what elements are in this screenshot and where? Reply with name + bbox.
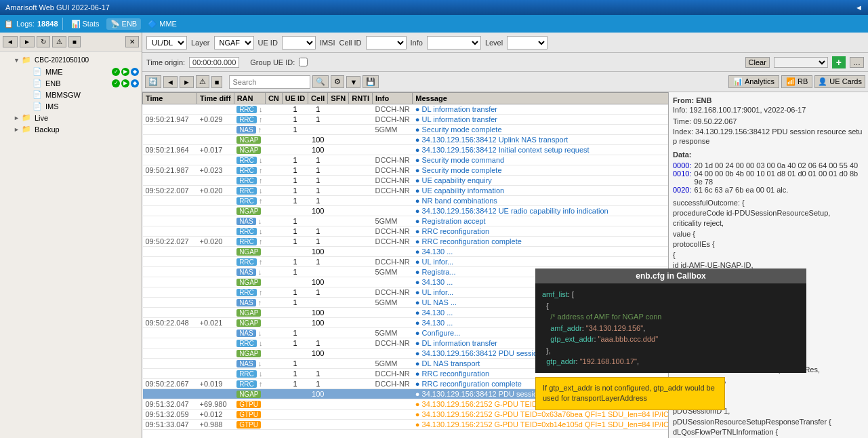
- cell-ran: GTPU: [234, 410, 265, 420]
- cell-rnti: [349, 308, 373, 318]
- cell-cell: 1: [308, 287, 328, 298]
- stop-button[interactable]: ■: [211, 76, 223, 88]
- analytics-button[interactable]: 📊 Analytics: [728, 75, 779, 88]
- mode-select[interactable]: UL/DL: [146, 36, 187, 49]
- code-line: {: [673, 250, 864, 260]
- sidebar-close-button[interactable]: ✕: [125, 36, 139, 47]
- table-row[interactable]: 09:50:21.987 +0.023 RRC ↑ 1 1 DCCH-NR ● …: [143, 165, 669, 176]
- sidebar-item-ims[interactable]: 📄 IMS: [0, 100, 142, 112]
- cell-sfn: [328, 420, 349, 430]
- cell-timediff: [197, 247, 234, 257]
- cell-info: [372, 135, 412, 145]
- enb-button[interactable]: 📡 ENB: [106, 18, 142, 30]
- table-row[interactable]: NAS ↑ 1 5GMM ● Security mode complete: [143, 125, 669, 135]
- table-row[interactable]: 09:50:21.964 +0.017 NGAP 100 ● 34.130.12…: [143, 145, 669, 155]
- refresh-button[interactable]: 🔄: [145, 75, 161, 88]
- cell-message: ● UL infor...: [413, 257, 668, 267]
- table-row[interactable]: RRC ↑ 1 1 DCCH-NR ● UL infor...: [143, 257, 669, 267]
- info-select[interactable]: [427, 36, 481, 49]
- cell-info: [372, 420, 412, 430]
- table-row[interactable]: 09:51:33.047 +0.988 GTPU ● 34.130.129.15…: [143, 420, 669, 430]
- code-line: pDUSessionResourceSetupResponseTransfer …: [673, 417, 864, 427]
- table-row[interactable]: RRC ↓ 1 1 DCCH-NR ● DL information trans…: [143, 104, 669, 115]
- msg-toolbar: 🔄 ◄ ► ⚠ ■ 🔍 ⚙ ▼ 💾 📊 Analytics 📶 RB 👤 UE …: [142, 72, 868, 92]
- prev-button[interactable]: ◄: [163, 76, 178, 88]
- cell-cn: [265, 389, 282, 399]
- sidebar-item-backup[interactable]: ► 📁 Backup: [0, 123, 142, 135]
- cell-cell: [308, 298, 328, 308]
- table-row[interactable]: NGAP 100 ● 34.130.129.156:38412 Uplink N…: [143, 135, 669, 145]
- filter-bar: UL/DL Layer NGAF UE ID IMSI Cell ID Info…: [142, 33, 868, 53]
- table-row[interactable]: NGAP 100 ● 34.130.129.156:38412 UE radio…: [143, 206, 669, 216]
- cell-sfn: [328, 115, 349, 125]
- from-label: From: ENB: [673, 96, 864, 104]
- cell-rnti: [349, 237, 373, 247]
- search-input[interactable]: [229, 75, 310, 89]
- close-icon[interactable]: ◄: [855, 3, 863, 12]
- cell-rnti: [349, 257, 373, 267]
- ueid-select[interactable]: [282, 36, 316, 49]
- layer-select[interactable]: NGAF: [214, 36, 254, 49]
- col-sfn: SFN: [328, 93, 349, 104]
- warn-button[interactable]: ⚠: [196, 75, 209, 88]
- clear-select[interactable]: [774, 57, 828, 68]
- cell-ran: NGAP: [234, 349, 265, 359]
- stats-button[interactable]: 📊 Stats: [67, 18, 104, 30]
- table-row[interactable]: RRC ↑ 1 1 DCCH-NR ● UE capability enquir…: [143, 176, 669, 186]
- sidebar-item-cbc[interactable]: ▼ 📁 CBC-2021050100: [0, 54, 142, 66]
- table-row[interactable]: 09:50:22.027 +0.020 RRC ↑ 1 1 DCCH-NR ● …: [143, 237, 669, 247]
- export-button[interactable]: 💾: [363, 75, 379, 88]
- table-row[interactable]: NGAP 100 ● 34.130 ...: [143, 247, 669, 257]
- sidebar-item-enb[interactable]: 📄 ENB ✓ ▶ ◆: [0, 77, 142, 89]
- sidebar-forward-button[interactable]: ►: [20, 36, 35, 47]
- table-row[interactable]: 09:50:21.947 +0.029 RRC ↑ 1 1 DCCH-NR ● …: [143, 115, 669, 125]
- ue-cards-button[interactable]: 👤 UE Cards: [814, 75, 865, 88]
- cell-cn: [265, 420, 282, 430]
- cell-ran: NAS ↓: [234, 267, 265, 277]
- table-row[interactable]: NAS ↓ 1 5GMM ● Registration accept: [143, 216, 669, 226]
- cell-rnti: [349, 410, 373, 420]
- filter-button[interactable]: ▼: [346, 76, 360, 88]
- sidebar-item-live[interactable]: ► 📁 Live: [0, 112, 142, 123]
- cell-ran: NAS ↓: [234, 328, 265, 338]
- cell-sfn: [328, 318, 349, 328]
- cell-timediff: +0.017: [197, 145, 234, 155]
- sidebar-stop-button[interactable]: ■: [68, 36, 81, 47]
- sidebar-refresh-button[interactable]: ↻: [37, 36, 50, 47]
- rb-button[interactable]: 📶 RB: [781, 75, 812, 88]
- sidebar-back-button[interactable]: ◄: [3, 36, 18, 47]
- cell-time: [143, 257, 197, 267]
- more-button[interactable]: …: [850, 57, 864, 68]
- sidebar-item-mme[interactable]: 📄 MME ✓ ▶ ◆: [0, 66, 142, 77]
- table-row[interactable]: 09:50:22.007 +0.020 RRC ↓ 1 1 DCCH-NR ● …: [143, 186, 669, 196]
- cell-ueid: [282, 145, 308, 155]
- sidebar-item-mbmsgw[interactable]: 📄 MBMSGW: [0, 89, 142, 100]
- cell-sfn: [328, 267, 349, 277]
- table-header-row: Time Time diff RAN CN UE ID Cell SFN RNT…: [143, 93, 669, 104]
- sidebar-warn-button[interactable]: ⚠: [52, 36, 66, 47]
- cell-cn: [265, 206, 282, 216]
- cell-ueid: 1: [282, 155, 308, 165]
- cell-time: [143, 298, 197, 308]
- cell-timediff: +0.029: [197, 115, 234, 125]
- add-button[interactable]: +: [832, 56, 846, 68]
- table-row[interactable]: RRC ↓ 1 1 DCCH-NR ● Security mode comman…: [143, 155, 669, 165]
- sidebar-backup-label: Backup: [35, 125, 139, 134]
- search-settings-button[interactable]: ⚙: [331, 75, 344, 88]
- level-select[interactable]: [507, 36, 547, 49]
- cell-sfn: [328, 379, 349, 389]
- mme-button[interactable]: 🔷 MME: [144, 18, 181, 30]
- cell-cn: [265, 359, 282, 369]
- cell-time: [143, 328, 197, 338]
- cell-ran: RRC ↓: [234, 369, 265, 379]
- cell-ran: RRC ↓: [234, 104, 265, 115]
- clear-button[interactable]: Clear: [745, 57, 770, 68]
- table-row[interactable]: RRC ↑ 1 1 ● NR band combinations: [143, 196, 669, 206]
- cellid-select[interactable]: [366, 36, 407, 49]
- table-row[interactable]: RRC ↓ 1 1 DCCH-NR ● RRC reconfiguration: [143, 226, 669, 237]
- table-row[interactable]: 09:51:32.059 +0.012 GTPU ● 34.130.129.15…: [143, 410, 669, 420]
- group-ue-checkbox[interactable]: [299, 58, 308, 66]
- next-button[interactable]: ►: [180, 76, 194, 88]
- hex-line: 0020:61 6c 63 a7 6b ea 00 01 alc.: [673, 186, 864, 194]
- search-icon-btn[interactable]: 🔍: [312, 75, 329, 88]
